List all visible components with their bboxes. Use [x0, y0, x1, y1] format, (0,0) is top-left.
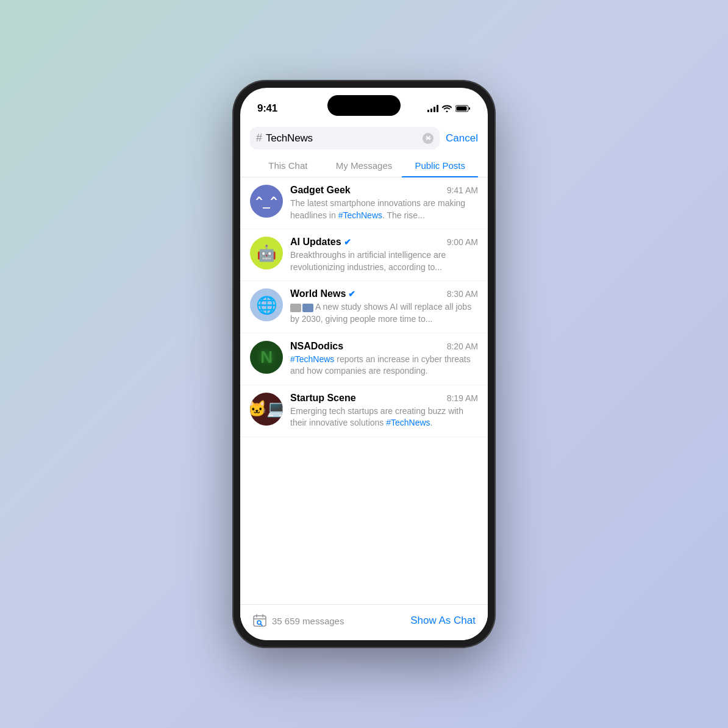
result-content: World News ✔ 8:30 AM A new study shows A… [290, 288, 478, 325]
message-count-text: 35 659 messages [272, 616, 344, 626]
result-preview: A new study shows AI will replace all jo… [290, 301, 478, 325]
dynamic-island [327, 95, 401, 116]
tab-this-chat[interactable]: This Chat [250, 155, 326, 177]
result-preview: Emerging tech startups are creating buzz… [290, 405, 478, 429]
result-name: NSADodics [290, 341, 343, 352]
verified-badge-icon: ✔ [344, 237, 351, 247]
result-preview: The latest smartphone innovations are ma… [290, 198, 478, 221]
list-item[interactable]: ^_^ Gadget Geek 9:41 AM The latest smart… [240, 177, 488, 229]
result-header: World News ✔ 8:30 AM [290, 288, 478, 299]
nsa-avatar-icon: N [260, 348, 273, 367]
startup-avatar-icon: 🐱‍💻 [250, 399, 283, 418]
result-content: Gadget Geek 9:41 AM The latest smartphon… [290, 185, 478, 221]
hashtag: #TechNews [338, 210, 382, 220]
result-time: 8:20 AM [447, 341, 478, 351]
battery-icon [455, 105, 471, 112]
phone-device: 9:41 [233, 80, 495, 648]
result-time: 9:00 AM [447, 237, 478, 247]
clear-x-icon: ✕ [425, 135, 431, 142]
hashtag: #TechNews [386, 418, 430, 427]
avatar: 🌐 [250, 288, 283, 321]
result-preview: #TechNews reports an increase in cyber t… [290, 354, 478, 377]
message-count: 35 659 messages [252, 613, 344, 628]
list-item[interactable]: 🤖 AI Updates ✔ 9:00 AM Breakthroughs in … [240, 229, 488, 281]
result-content: NSADodics 8:20 AM #TechNews reports an i… [290, 341, 478, 377]
calendar-search-icon [252, 613, 267, 628]
result-header: AI Updates ✔ 9:00 AM [290, 237, 478, 248]
avatar: 🤖 [250, 237, 283, 269]
signal-icon [427, 105, 438, 112]
cancel-button[interactable]: Cancel [446, 132, 478, 145]
world-news-avatar-icon: 🌐 [256, 295, 277, 315]
hashtag: #TechNews [290, 354, 334, 364]
world-thumbnails [290, 304, 313, 312]
result-time: 8:19 AM [447, 393, 478, 403]
result-content: AI Updates ✔ 9:00 AM Breakthroughs in ar… [290, 237, 478, 273]
ai-updates-avatar-icon: 🤖 [257, 244, 276, 263]
phone-screen: 9:41 [240, 88, 488, 640]
result-name: World News ✔ [290, 288, 355, 299]
avatar: ^_^ [250, 185, 283, 218]
avatar: 🐱‍💻 [250, 393, 283, 426]
result-name: AI Updates ✔ [290, 237, 351, 248]
result-content: Startup Scene 8:19 AM Emerging tech star… [290, 393, 478, 429]
svg-rect-2 [457, 107, 467, 111]
svg-rect-1 [469, 107, 470, 110]
result-header: Gadget Geek 9:41 AM [290, 185, 478, 196]
result-time: 8:30 AM [447, 289, 478, 299]
status-icons [427, 105, 471, 112]
search-container: # TechNews ✕ Cancel [240, 121, 488, 155]
result-preview: Breakthroughs in artificial intelligence… [290, 249, 478, 273]
result-name: Gadget Geek [290, 185, 351, 196]
gadget-geek-avatar-icon: ^_^ [255, 194, 277, 209]
hash-icon: # [256, 132, 262, 145]
avatar: N [250, 341, 283, 374]
list-item[interactable]: 🐱‍💻 Startup Scene 8:19 AM Emerging tech … [240, 385, 488, 437]
bottom-bar: 35 659 messages Show As Chat [240, 604, 488, 640]
status-time: 9:41 [257, 102, 277, 115]
clear-button[interactable]: ✕ [423, 133, 434, 144]
thumbnail-2 [302, 304, 313, 312]
result-time: 9:41 AM [447, 185, 478, 195]
svg-line-6 [260, 624, 262, 626]
list-item[interactable]: 🌐 World News ✔ 8:30 AM [240, 281, 488, 333]
result-name: Startup Scene [290, 393, 356, 404]
show-as-chat-button[interactable]: Show As Chat [410, 615, 476, 627]
result-header: NSADodics 8:20 AM [290, 341, 478, 352]
search-tabs: This Chat My Messages Public Posts [240, 155, 488, 177]
result-header: Startup Scene 8:19 AM [290, 393, 478, 404]
list-item[interactable]: N NSADodics 8:20 AM #TechNews reports an… [240, 334, 488, 385]
results-list: ^_^ Gadget Geek 9:41 AM The latest smart… [240, 177, 488, 604]
search-bar[interactable]: # TechNews ✕ [250, 127, 440, 149]
search-input[interactable]: TechNews [266, 132, 419, 145]
wifi-icon [442, 105, 452, 112]
verified-badge-icon: ✔ [348, 289, 355, 299]
thumbnail-1 [290, 304, 301, 312]
tab-public-posts[interactable]: Public Posts [402, 155, 478, 177]
tab-my-messages[interactable]: My Messages [326, 155, 402, 177]
